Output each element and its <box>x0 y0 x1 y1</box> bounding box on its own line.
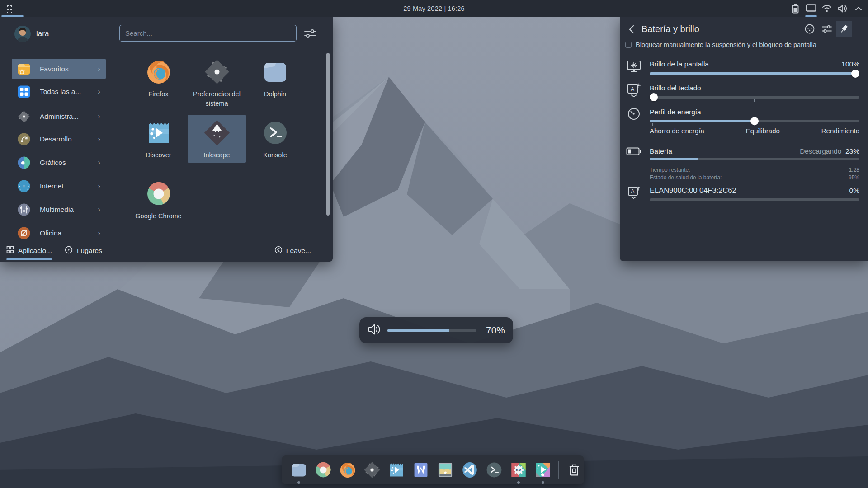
app-tile-dolphin[interactable]: Dolphin <box>246 54 304 108</box>
power-profile-slider[interactable] <box>650 117 859 125</box>
back-button[interactable] <box>625 23 638 36</box>
sidebar-item-multimedia[interactable]: Multimedia › <box>12 199 106 220</box>
sidebar-item-desarrollo[interactable]: Desarrollo › <box>12 129 106 149</box>
battery-tray-icon[interactable] <box>789 0 801 17</box>
power-profile-label: Perfil de energía <box>650 108 701 116</box>
peripheral-row: ELAN900C:00 04F3:2C62 0% <box>650 186 859 195</box>
peripheral-keyboard-icon: A <box>626 186 642 199</box>
dock <box>282 455 584 484</box>
app-tile-konsole[interactable]: Konsole <box>246 115 304 163</box>
app-label: Dolphin <box>248 89 302 99</box>
profile-option-ahorro[interactable]: Ahorro de energía <box>650 127 704 135</box>
power-profile-options: Ahorro de energía Equilibrado Rendimient… <box>650 127 859 135</box>
sidebar-item-label: Administra... <box>40 113 98 121</box>
battery-time-row: Tiempo restante: 1:28 <box>650 167 859 173</box>
peripheral-progress-bar <box>650 198 859 201</box>
dock-item-kdenlive[interactable] <box>509 460 528 480</box>
keyboard-brightness-label: Brillo del teclado <box>650 84 701 92</box>
office-icon <box>17 226 31 240</box>
development-icon <box>17 132 31 146</box>
app-label: Firefox <box>132 89 186 99</box>
multimedia-sliders-icon <box>17 203 31 216</box>
app-tile-inkscape[interactable]: Inkscape <box>188 115 246 163</box>
dock-item-krita[interactable] <box>533 460 553 480</box>
battery-status: Descargando <box>800 147 841 155</box>
dock-item-konsole[interactable] <box>484 460 504 480</box>
tab-active-underline <box>6 258 52 260</box>
dock-item-discover[interactable] <box>387 460 406 480</box>
running-indicator <box>517 481 520 484</box>
app-label: Google Chrome <box>132 211 186 221</box>
app-grid-row-2: Discover Inkscape Konsole <box>129 115 304 163</box>
keyboard-brightness-row: Brillo del teclado <box>650 84 859 92</box>
user-avatar <box>14 26 31 42</box>
app-tile-preferencias-del-sistema[interactable]: Preferencias del sistema <box>188 54 246 108</box>
power-profile-icon <box>626 107 642 121</box>
tray-active-underline <box>805 15 817 17</box>
dock-item-vscode[interactable] <box>460 460 480 480</box>
chevron-right-icon: › <box>98 135 100 144</box>
display-tray-icon[interactable] <box>805 0 817 17</box>
speaker-icon <box>368 323 381 338</box>
sidebar-item-label: Multimedia <box>40 206 98 214</box>
chevron-right-icon: › <box>98 229 100 238</box>
applications-tab-icon <box>6 246 14 255</box>
status-emoji-icon[interactable] <box>802 21 818 37</box>
app-tile-discover[interactable]: Discover <box>129 115 188 163</box>
search-filter-icon[interactable] <box>304 28 316 39</box>
leave-button[interactable]: Leave... <box>274 239 311 262</box>
firefox-icon <box>144 57 173 86</box>
sidebar-item-internet[interactable]: Internet › <box>12 176 106 196</box>
volume-tray-icon[interactable] <box>837 0 849 17</box>
pin-icon[interactable] <box>836 21 852 37</box>
menu-scrollbar[interactable] <box>326 53 330 216</box>
app-tile-firefox[interactable]: Firefox <box>129 54 188 108</box>
keyboard-brightness-icon: A <box>626 83 642 98</box>
sidebar-item-label: Favoritos <box>40 65 98 73</box>
power-profile-row: Perfil de energía <box>650 108 859 116</box>
sidebar-item-graficos[interactable]: Gráficos › <box>12 152 106 173</box>
system-settings-icon <box>203 57 231 86</box>
chevron-right-icon: › <box>98 158 100 167</box>
dolphin-icon <box>261 57 290 86</box>
inkscape-icon <box>203 118 231 147</box>
wifi-icon[interactable] <box>821 0 833 17</box>
checkbox[interactable] <box>625 42 632 48</box>
time-remaining-value: 1:28 <box>849 167 859 173</box>
dock-item-image-gallery[interactable] <box>435 460 455 480</box>
dock-item-firefox[interactable] <box>338 460 358 480</box>
search-input[interactable] <box>119 25 297 42</box>
sidebar-item-favoritos[interactable]: Favoritos › <box>12 59 106 79</box>
user-row[interactable]: lara <box>14 26 49 42</box>
internet-globe-icon <box>17 179 31 193</box>
dock-item-google-chrome[interactable] <box>313 460 333 480</box>
trash-icon[interactable] <box>566 460 583 480</box>
manual-lock-checkbox-row[interactable]: Bloquear manualmente la suspensión y el … <box>625 41 816 48</box>
battery-icon <box>626 147 642 156</box>
dock-item-dolphin[interactable] <box>289 460 309 480</box>
tab-lugares[interactable]: Lugares <box>58 239 108 262</box>
configure-icon[interactable] <box>819 21 835 37</box>
dock-item-system-settings[interactable] <box>362 460 382 480</box>
desktop: KV <box>0 0 868 488</box>
menu-footer: Aplicacio... Lugares Leave... <box>0 239 333 262</box>
profile-option-rendimiento[interactable]: Rendimiento <box>821 127 859 135</box>
dock-item-writer[interactable] <box>411 460 431 480</box>
svg-text:A: A <box>631 86 635 93</box>
favorites-folder-icon <box>17 62 31 76</box>
app-tile-google-chrome[interactable]: Google Chrome <box>129 176 188 224</box>
screen-brightness-slider[interactable] <box>650 70 859 78</box>
profile-option-equilibrado[interactable]: Equilibrado <box>746 127 780 135</box>
app-grid-row-1: Firefox Preferencias del sistema Dolphin <box>129 54 304 108</box>
battery-row: Batería Descargando 23% <box>650 147 859 155</box>
digital-clock[interactable]: 29 May 2022 | 16:26 <box>0 0 868 17</box>
tab-aplicaciones[interactable]: Aplicacio... <box>0 239 58 262</box>
app-label: Konsole <box>248 150 302 160</box>
battery-percent: 23% <box>845 147 859 155</box>
leave-icon <box>274 246 283 256</box>
sidebar-item-administracion[interactable]: Administra... › <box>12 106 106 127</box>
expand-tray-icon[interactable] <box>853 0 864 17</box>
keyboard-brightness-slider[interactable] <box>650 93 859 101</box>
app-label: Inkscape <box>190 150 244 160</box>
sidebar-item-todas-las-aplicaciones[interactable]: Todas las a... › <box>12 81 106 102</box>
